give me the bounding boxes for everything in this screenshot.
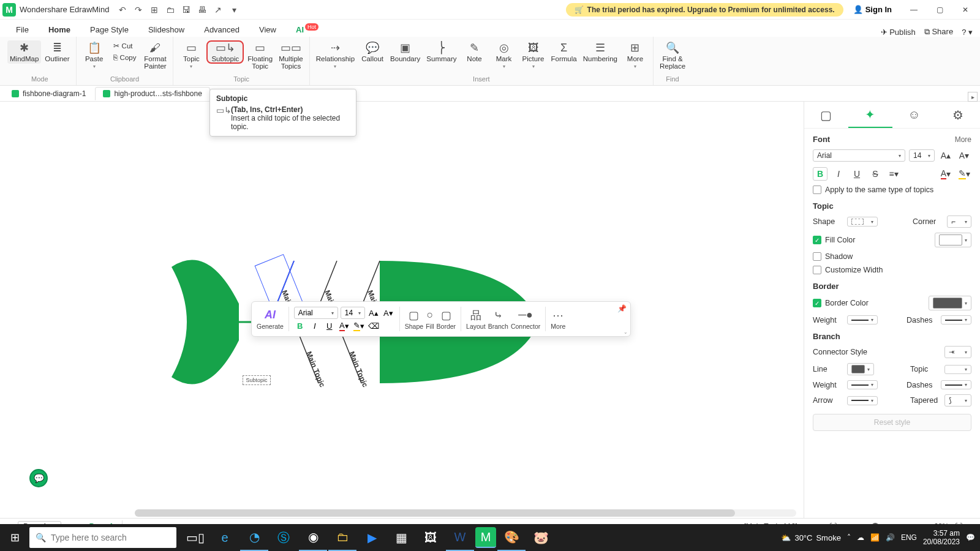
qat-more-icon[interactable]: ▾ [229, 5, 239, 15]
weather-widget[interactable]: ⛅ 30°C Smoke [781, 533, 841, 542]
callout-button[interactable]: 💬Callout [358, 40, 386, 64]
ai-generate-button[interactable]: AI Generate [257, 309, 284, 330]
undo-icon[interactable]: ↶ [118, 5, 127, 15]
underline-icon[interactable]: U [850, 167, 864, 181]
mini-font-color-icon[interactable]: A▾ [338, 320, 350, 331]
font-size-select[interactable]: 14▾ [909, 149, 935, 162]
mini-font-shrink-icon[interactable]: A▾ [382, 307, 394, 318]
formula-button[interactable]: ΣFormula [549, 40, 579, 64]
corner-select[interactable]: ⌐▾ [947, 216, 971, 228]
paste-button[interactable]: 📋Paste▾ [80, 40, 108, 70]
branch-topic-select[interactable]: ▾ [944, 365, 971, 374]
reset-style-button[interactable]: Reset style [813, 414, 971, 431]
copy-button[interactable]: ⎘Copy [110, 53, 140, 62]
bone-label-4[interactable]: Main Topic [304, 350, 326, 389]
tab-page-style[interactable]: Page Style [81, 23, 137, 37]
topic-button[interactable]: ▭Topic▾ [177, 40, 205, 70]
word-icon[interactable]: W [446, 524, 474, 551]
ie-icon[interactable]: e [211, 524, 239, 551]
cut-button[interactable]: ✂Cut [110, 40, 140, 51]
canvas[interactable]: Main Topic Main Topic Main Topic Main To… [0, 102, 804, 518]
mini-more-button[interactable]: ⋯More [551, 309, 565, 330]
edrawmind-icon[interactable]: M [475, 527, 496, 548]
mini-border-button[interactable]: ▢Border [437, 309, 456, 330]
redo-icon[interactable]: ↷ [134, 5, 143, 15]
chat-fab[interactable]: 💬 [29, 469, 48, 487]
export-icon[interactable]: ↗ [213, 5, 223, 15]
format-painter-button[interactable]: 🖌Format Painter [141, 40, 169, 71]
panel-tab-settings[interactable]: ⚙ [936, 102, 980, 128]
floating-topic-button[interactable]: ▭Floating Topic [245, 40, 275, 71]
share-button[interactable]: ⧉ Share [924, 27, 953, 37]
border-color-select[interactable]: ▾ [929, 296, 971, 310]
pin-icon[interactable]: 📌 [617, 304, 627, 313]
horizontal-scrollbar[interactable] [135, 509, 796, 517]
tab-file[interactable]: File [7, 23, 37, 37]
mini-collapse-icon[interactable]: ⌄ [624, 329, 628, 335]
mini-clear-format-icon[interactable]: ⌫ [368, 320, 380, 331]
tab-ai[interactable]: AIHot [287, 23, 327, 37]
app-generic-2-icon[interactable]: 🐷 [527, 524, 555, 551]
publish-button[interactable]: ✈ Publish [881, 28, 916, 37]
tab-home[interactable]: Home [40, 23, 79, 37]
bold-icon[interactable]: B [813, 167, 827, 181]
app-generic-1-icon[interactable]: ▦ [387, 524, 415, 551]
panel-tab-theme[interactable]: ☺ [892, 102, 937, 128]
find-replace-button[interactable]: 🔍Find & Replace [657, 40, 688, 71]
font-color-icon[interactable]: A▾ [938, 167, 953, 181]
mini-highlight-icon[interactable]: ✎▾ [353, 320, 365, 331]
mini-font-grow-icon[interactable]: A▴ [368, 307, 380, 318]
paint-icon[interactable]: 🎨 [497, 524, 526, 551]
taskbar-clock[interactable]: 3:57 am 20/08/2023 [923, 529, 960, 547]
subtopic-edit-box[interactable]: Subtopic [243, 375, 271, 385]
mini-font-family[interactable]: Arial▾ [294, 307, 338, 319]
explorer-icon[interactable]: 🗀 [328, 524, 356, 551]
mark-button[interactable]: ◎Mark▾ [490, 40, 518, 70]
border-weight-select[interactable]: ▾ [847, 315, 878, 324]
branch-line-select[interactable]: ▾ [847, 363, 874, 375]
fill-color-select[interactable]: ▾ [935, 233, 971, 247]
new-icon[interactable]: ⊞ [149, 5, 159, 15]
summary-button[interactable]: ⎬Summary [424, 40, 459, 64]
multiple-topics-button[interactable]: ▭▭Multiple Topics [276, 40, 306, 71]
taskview-icon[interactable]: ▭▯ [181, 524, 209, 551]
mini-italic-icon[interactable]: I [309, 320, 321, 331]
numbering-button[interactable]: ☰Numbering [581, 40, 620, 64]
panel-tab-format[interactable]: ✦ [848, 102, 892, 128]
fill-color-checkbox[interactable]: ✓ [813, 236, 821, 244]
font-family-select[interactable]: Arial▾ [813, 149, 905, 162]
apply-same-type-checkbox[interactable] [813, 186, 821, 194]
collapse-panel-button[interactable]: ▸ [968, 92, 978, 102]
taskbar-search[interactable]: 🔍 Type here to search [29, 527, 176, 548]
skype-icon[interactable]: Ⓢ [270, 524, 298, 551]
signin-button[interactable]: 👤 Sign In [853, 5, 892, 14]
mini-font-size[interactable]: 14▾ [341, 307, 365, 319]
font-shrink-icon[interactable]: A▾ [957, 149, 971, 162]
relationship-button[interactable]: ⇢Relationship▾ [314, 40, 357, 70]
border-dashes-select[interactable]: ▾ [941, 315, 971, 324]
doc-tab-1[interactable]: fishbone-diagram-1 [4, 87, 94, 100]
shape-select[interactable]: ▾ [847, 217, 878, 227]
outliner-button[interactable]: ≣Outliner [42, 40, 72, 64]
connector-style-select[interactable]: ⤛▾ [944, 346, 971, 358]
wifi-icon[interactable]: 📶 [870, 533, 880, 542]
close-button[interactable]: ✕ [953, 1, 978, 18]
doc-tab-2[interactable]: high-product…sts-fishbone [95, 87, 209, 100]
shadow-checkbox[interactable] [813, 252, 821, 261]
photos-icon[interactable]: 🖼 [417, 524, 445, 551]
mindmap-button[interactable]: ✱MindMap [7, 40, 41, 64]
font-grow-icon[interactable]: A▴ [938, 149, 953, 162]
mini-shape-button[interactable]: ▢Shape [405, 309, 423, 330]
chrome-icon[interactable]: ◉ [299, 524, 327, 551]
branch-weight-select[interactable]: ▾ [847, 380, 878, 389]
subtopic-button[interactable]: ▭↳Subtopic [206, 40, 244, 64]
branch-arrow-select[interactable]: ▾ [847, 396, 878, 405]
branch-dashes-select[interactable]: ▾ [941, 380, 971, 389]
panel-tab-style[interactable]: ▢ [804, 102, 848, 128]
minimize-button[interactable]: — [902, 1, 926, 18]
notifications-icon[interactable]: 💬 [966, 533, 975, 542]
highlight-color-icon[interactable]: ✎▾ [957, 167, 971, 181]
mini-layout-button[interactable]: 品Layout [466, 309, 486, 330]
border-color-checkbox[interactable]: ✓ [813, 299, 821, 307]
trial-banner[interactable]: 🛒 The trial period has expired. Upgrade … [566, 3, 843, 17]
